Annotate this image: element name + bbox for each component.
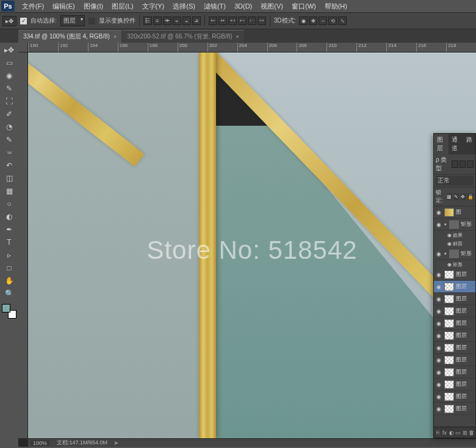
visibility-icon[interactable]: ◉ bbox=[435, 332, 442, 339]
visibility-icon[interactable]: ◉ bbox=[435, 221, 442, 228]
layer-row[interactable]: ◉图 bbox=[434, 206, 475, 219]
visibility-icon[interactable]: ◉ bbox=[435, 356, 442, 364]
document-tab-2[interactable]: 320x200-52.tif @ 66.7% (背景, RGB/8) × bbox=[122, 30, 244, 43]
delete-layer-icon[interactable]: 🗑 bbox=[469, 429, 474, 436]
dist-4-icon[interactable]: ⬷ bbox=[238, 16, 247, 25]
3d-orbit-icon[interactable]: ◉ bbox=[299, 16, 308, 25]
healing-brush-tool[interactable]: ◔ bbox=[2, 121, 16, 133]
autoselect-checkbox[interactable]: ✓ bbox=[20, 18, 27, 24]
marquee-tool[interactable]: ▭ bbox=[2, 57, 16, 69]
zoom-field[interactable]: 100% bbox=[31, 440, 49, 446]
visibility-icon[interactable]: ◉ bbox=[435, 369, 442, 376]
layer-effect[interactable]: ◉效果 bbox=[434, 231, 475, 239]
layer-row[interactable]: ◉图层 bbox=[434, 305, 475, 317]
eraser-tool[interactable]: ◫ bbox=[2, 172, 16, 184]
layer-row[interactable]: ◉▾矩形 bbox=[434, 219, 475, 231]
new-layer-icon[interactable]: ⊞ bbox=[462, 429, 467, 436]
visibility-icon[interactable]: ◉ bbox=[435, 320, 442, 327]
align-center-v-icon[interactable]: ⫠ bbox=[182, 16, 191, 25]
brush-tool[interactable]: ✎ bbox=[2, 134, 16, 146]
lock-all-icon[interactable]: 🔒 bbox=[467, 193, 474, 200]
lock-pixels-icon[interactable]: ✎ bbox=[454, 193, 459, 200]
move-tool[interactable]: ▸✥ bbox=[2, 44, 16, 56]
rectangle-tool[interactable]: □ bbox=[2, 262, 16, 274]
tab-channels[interactable]: 通道 bbox=[449, 134, 463, 154]
layer-row[interactable]: ◉图层 bbox=[434, 342, 475, 354]
menu-image[interactable]: 图像(I) bbox=[80, 1, 107, 12]
show-transform-checkbox[interactable] bbox=[88, 18, 95, 24]
color-swatches[interactable] bbox=[2, 304, 16, 319]
layer-row[interactable]: ◉图层 bbox=[434, 317, 475, 330]
zoom-tool[interactable]: 🔍 bbox=[2, 287, 16, 300]
visibility-icon[interactable]: ◉ bbox=[435, 209, 442, 216]
layer-row[interactable]: ◉图层 bbox=[434, 269, 475, 281]
3d-pan-icon[interactable]: ✥ bbox=[309, 16, 317, 25]
layer-row[interactable]: ◉图层 bbox=[434, 366, 475, 378]
dist-2-icon[interactable]: ⬵ bbox=[218, 16, 227, 25]
layer-row[interactable]: ◉图层 bbox=[434, 354, 475, 366]
menu-layer[interactable]: 图层(L) bbox=[108, 1, 137, 12]
chevron-right-icon[interactable]: ▶ bbox=[115, 440, 118, 446]
menu-file[interactable]: 文件(F) bbox=[18, 1, 48, 12]
tab-paths[interactable]: 路 bbox=[463, 134, 475, 154]
new-group-icon[interactable]: ▭ bbox=[455, 429, 461, 436]
3d-scale-icon[interactable]: ⤡ bbox=[338, 16, 347, 25]
align-bottom-icon[interactable]: ⫡ bbox=[192, 16, 201, 25]
3d-rotate-icon[interactable]: ⟲ bbox=[328, 16, 337, 25]
dist-1-icon[interactable]: ⬴ bbox=[209, 16, 217, 25]
autoselect-dropdown[interactable]: 图层 bbox=[60, 15, 85, 26]
ruler-vertical[interactable] bbox=[18, 52, 28, 438]
foreground-color[interactable] bbox=[2, 304, 10, 313]
layer-row[interactable]: ◉▾矩形 bbox=[434, 248, 475, 260]
lock-transparent-icon[interactable]: ▦ bbox=[447, 193, 452, 200]
menu-window[interactable]: 窗口(W) bbox=[288, 1, 320, 12]
align-center-h-icon[interactable]: ≡ bbox=[153, 16, 162, 25]
filter-pixel-icon[interactable] bbox=[452, 161, 458, 168]
visibility-icon[interactable]: ◉ bbox=[435, 271, 442, 278]
layer-row[interactable]: ◉图层 bbox=[434, 391, 475, 403]
eyedropper-tool[interactable]: ✐ bbox=[2, 108, 16, 120]
move-tool-indicator[interactable]: ▸✥ bbox=[2, 16, 16, 26]
menu-edit[interactable]: 编辑(E) bbox=[49, 1, 79, 12]
history-brush-tool[interactable]: ↶ bbox=[2, 159, 16, 172]
align-right-icon[interactable]: ⬲ bbox=[163, 16, 171, 25]
expand-icon[interactable]: ▾ bbox=[444, 222, 447, 227]
visibility-icon[interactable]: ◉ bbox=[435, 283, 442, 291]
ruler-horizontal[interactable]: 190 192 194 196 198 200 202 204 206 208 … bbox=[28, 43, 476, 52]
menu-help[interactable]: 帮助(H) bbox=[321, 1, 351, 12]
menu-3d[interactable]: 3D(D) bbox=[231, 1, 256, 11]
path-select-tool[interactable]: ▹ bbox=[2, 249, 16, 261]
layer-row[interactable]: ◉图层 bbox=[434, 403, 475, 415]
3d-slide-icon[interactable]: ↔ bbox=[319, 16, 327, 25]
layer-row[interactable]: ◉图层 bbox=[434, 281, 475, 293]
visibility-icon[interactable]: ◉ bbox=[435, 308, 442, 315]
visibility-icon[interactable]: ◉ bbox=[435, 393, 442, 400]
menu-filter[interactable]: 滤镜(T) bbox=[200, 1, 229, 12]
clone-stamp-tool[interactable]: ⎃ bbox=[2, 146, 16, 159]
pen-tool[interactable]: ✒ bbox=[2, 223, 16, 236]
layer-bevel[interactable]: ◉斜面 bbox=[434, 239, 475, 248]
hand-tool[interactable]: ✋ bbox=[2, 275, 16, 287]
blend-mode-dropdown[interactable]: 正常 bbox=[436, 176, 474, 186]
menu-select[interactable]: 选择(S) bbox=[169, 1, 199, 12]
filter-adjust-icon[interactable] bbox=[460, 161, 466, 168]
document-tab-1[interactable]: 334.tif @ 100% (图层 4, RGB/8) × bbox=[18, 30, 121, 43]
blur-tool[interactable]: ○ bbox=[2, 198, 16, 210]
filter-type-icon[interactable] bbox=[467, 161, 474, 168]
layer-row[interactable]: ◉图层 bbox=[434, 293, 475, 305]
link-layers-icon[interactable]: ⎘ bbox=[435, 429, 441, 436]
dodge-tool[interactable]: ◐ bbox=[2, 211, 16, 223]
dist-3-icon[interactable]: ⬶ bbox=[228, 16, 237, 25]
lasso-tool[interactable]: ◉ bbox=[2, 70, 16, 82]
menu-view[interactable]: 视图(V) bbox=[257, 1, 287, 12]
gradient-tool[interactable]: ▦ bbox=[2, 185, 16, 197]
crop-tool[interactable]: ⛶ bbox=[2, 95, 16, 107]
visibility-icon[interactable]: ◉ bbox=[447, 262, 452, 267]
menu-type[interactable]: 文字(Y) bbox=[139, 1, 168, 12]
expand-icon[interactable]: ▾ bbox=[444, 251, 447, 256]
visibility-icon[interactable]: ◉ bbox=[435, 295, 442, 303]
tab-layers[interactable]: 图层 bbox=[434, 134, 449, 154]
close-icon[interactable]: × bbox=[114, 34, 117, 40]
type-tool[interactable]: T bbox=[2, 236, 16, 248]
visibility-icon[interactable]: ◉ bbox=[447, 241, 452, 247]
